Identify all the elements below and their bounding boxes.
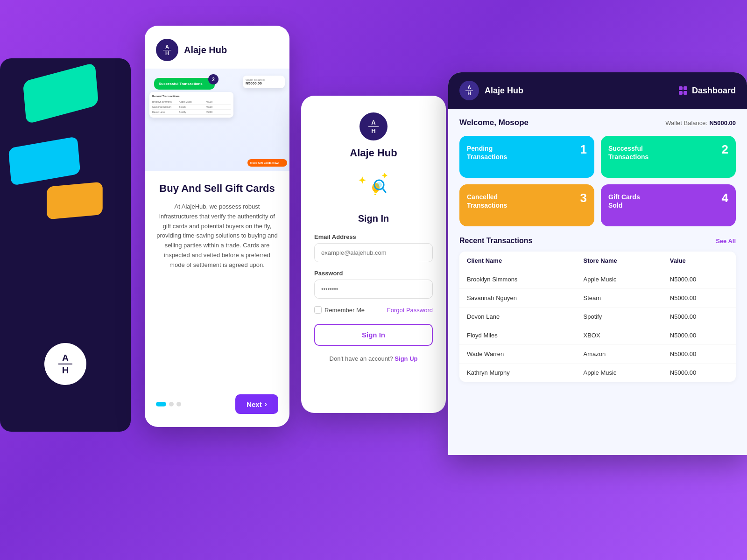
onboarding-content: Buy And Sell Gift Cards At AlajeHub, we …: [145, 171, 289, 394]
table-cell: N5000.00: [662, 364, 736, 382]
table-cell: N5000.00: [662, 345, 736, 364]
remember-checkbox[interactable]: [314, 306, 322, 314]
dashboard-logo-h: H: [467, 91, 471, 96]
table-cell: Floyd Miles: [459, 326, 576, 345]
dashboard-header-right: Dashboard: [679, 86, 736, 96]
splash-shapes: A H: [0, 58, 131, 432]
preview-table-card: Recent Transactions Brooklyn Simmons App…: [149, 92, 233, 118]
table-header-row: Client Name Store Name Value: [459, 252, 736, 270]
onboarding-preview: 2 Successful Transactions Recent Transac…: [145, 69, 289, 171]
signin-button[interactable]: Sign In: [314, 324, 433, 346]
onboarding-description: At AlajeHub, we possess robust infrastru…: [156, 202, 278, 270]
onboarding-header: A H Alaje Hub: [145, 26, 289, 69]
preview-wallet-amount: N5000.00: [246, 81, 282, 85]
preview-card-green: 2 Successful Transactions: [154, 78, 215, 90]
onboarding-logo-h: H: [165, 51, 169, 56]
table-cell: Steam: [576, 289, 662, 308]
signin-panel: A H Alaje Hub Sign In Email Address Pass…: [301, 96, 446, 413]
table-cell: Brooklyn Simmons: [459, 270, 576, 289]
table-cell: Apple Music: [576, 270, 662, 289]
shape-blue: [8, 136, 81, 186]
svg-point-8: [376, 182, 382, 188]
next-label: Next: [247, 400, 262, 408]
svg-rect-5: [374, 194, 376, 195]
table-row: Kathryn MurphyApple MusicN5000.00: [459, 364, 736, 382]
wallet-amount: N5000.00: [710, 119, 736, 126]
dashboard-brand: Alaje Hub: [485, 86, 523, 96]
see-all-link[interactable]: See All: [716, 238, 736, 245]
password-input[interactable]: [314, 280, 433, 299]
table-cell: Amazon: [576, 345, 662, 364]
splash-logo-a: A: [62, 353, 69, 363]
table-row: Wade WarrenAmazonN5000.00: [459, 345, 736, 364]
preview-right-card: Wallet Balance: N5000.00: [243, 76, 285, 88]
dashboard-header-left: A H Alaje Hub: [459, 81, 523, 100]
signin-options: Remember Me Forgot Password: [314, 306, 433, 314]
wallet-label: Wallet Balance:: [665, 119, 707, 126]
table-cell: N5000.00: [662, 289, 736, 308]
stat-label-cancelled: CancelledTransactions: [467, 193, 587, 210]
transactions-title: Recent Transactions: [459, 237, 533, 245]
stat-number-successful: 2: [722, 142, 728, 157]
stat-number-pending: 1: [580, 142, 587, 157]
welcome-text: Welcome, Mosope: [459, 118, 529, 127]
transactions-header: Recent Transactions See All: [459, 237, 736, 245]
email-label: Email Address: [314, 233, 356, 240]
stat-label-successful: SuccessfulTransactions: [608, 144, 728, 161]
onboarding-title: Buy And Sell Gift Cards: [156, 182, 278, 195]
signup-link[interactable]: Sign Up: [395, 355, 417, 362]
forgot-password-link[interactable]: Forgot Password: [387, 307, 433, 314]
dashboard-panel: A H Alaje Hub Dashboard Welcome, Mosope …: [448, 72, 747, 455]
table-cell: XBOX: [576, 326, 662, 345]
signin-logo: A H: [359, 112, 388, 140]
stat-label-giftcards: Gift CardsSold: [608, 193, 728, 210]
table-cell: Wade Warren: [459, 345, 576, 364]
rocket-icon: [352, 168, 395, 210]
dashboard-body: Welcome, Mosope Wallet Balance: N5000.00…: [448, 109, 747, 455]
transactions-table: Client Name Store Name Value Brooklyn Si…: [459, 252, 736, 382]
signin-logo-divider: [368, 126, 379, 127]
table-row: Floyd MilesXBOXN5000.00: [459, 326, 736, 345]
next-arrow-icon: ›: [265, 400, 267, 408]
table-cell: N5000.00: [662, 326, 736, 345]
col-value: Value: [662, 252, 736, 270]
wallet-balance-row: Wallet Balance: N5000.00: [665, 119, 736, 127]
next-button[interactable]: Next ›: [235, 394, 278, 414]
svg-marker-0: [359, 176, 366, 184]
shape-green: [23, 63, 99, 124]
email-input[interactable]: [314, 243, 433, 262]
preview-card-title: Successful Transactions: [159, 82, 210, 86]
stat-number-giftcards: 4: [722, 191, 728, 205]
dashboard-logo: A H: [459, 81, 479, 100]
dot-3: [176, 402, 181, 406]
dashboard-header: A H Alaje Hub Dashboard: [448, 72, 747, 109]
remember-me-label[interactable]: Remember Me: [314, 306, 365, 314]
table-cell: Savannah Nguyen: [459, 289, 576, 308]
table-cell: Devon Lane: [459, 308, 576, 326]
preview-table-row: Brooklyn Simmons Apple Music N5000: [152, 99, 231, 105]
table-row: Devon LaneSpotifyN5000.00: [459, 308, 736, 326]
stat-card-cancelled: CancelledTransactions 3: [459, 184, 594, 226]
col-store: Store Name: [576, 252, 662, 270]
onboarding-footer: Next ›: [145, 394, 289, 427]
onboarding-logo-a: A: [165, 44, 169, 49]
preview-table-title: Recent Transactions: [152, 95, 231, 98]
table-cell: Apple Music: [576, 364, 662, 382]
onboarding-logo: A H: [156, 39, 178, 61]
stat-card-giftcards: Gift CardsSold 4: [601, 184, 736, 226]
table-cell: N5000.00: [662, 270, 736, 289]
col-client: Client Name: [459, 252, 576, 270]
table-row: Brooklyn SimmonsApple MusicN5000.00: [459, 270, 736, 289]
signup-text: Don't have an account? Sign Up: [330, 355, 418, 362]
splash-logo-divider: [58, 364, 72, 364]
signin-logo-h: H: [371, 128, 375, 134]
table-cell: N5000.00: [662, 308, 736, 326]
dot-1: [156, 402, 166, 406]
signin-brand: Alaje Hub: [350, 147, 397, 159]
preview-table-row: Savannah Nguyen Steam N5000: [152, 105, 231, 110]
splash-logo-h: H: [62, 365, 69, 375]
dot-indicators: [156, 402, 181, 406]
dot-2: [169, 402, 174, 406]
stat-label-pending: PendingTransactions: [467, 144, 587, 161]
preview-badge: 2: [208, 74, 218, 84]
